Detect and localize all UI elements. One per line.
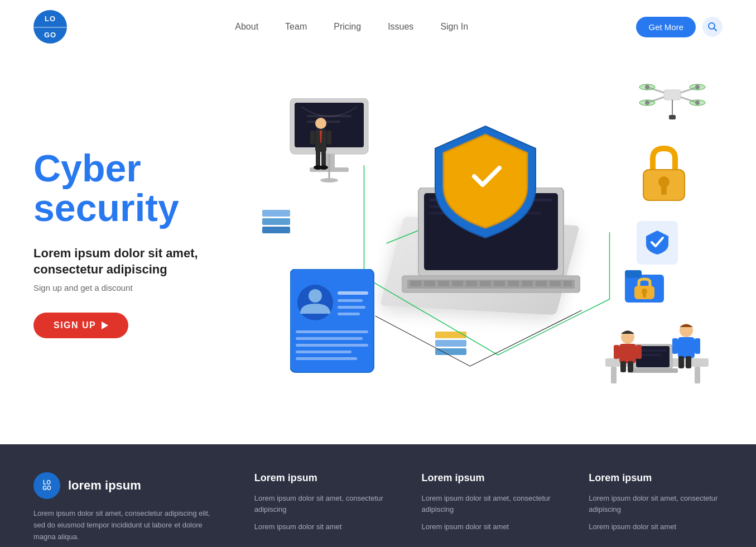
drone-illustration <box>639 76 706 123</box>
header-actions: Get More <box>636 17 723 37</box>
svg-point-22 <box>319 165 328 170</box>
nav-about[interactable]: About <box>235 22 258 32</box>
svg-rect-18 <box>321 150 326 166</box>
svg-rect-29 <box>438 281 449 286</box>
svg-rect-96 <box>672 338 678 354</box>
hero-illustration <box>245 65 723 422</box>
hero-section: Cyber security Lorem ipsum dolor sit ame… <box>0 54 756 444</box>
svg-rect-99 <box>686 356 691 368</box>
footer-logo-row: LO GO lorem ipsum <box>33 472 221 499</box>
svg-rect-85 <box>628 368 678 373</box>
svg-point-55 <box>695 85 700 89</box>
idcard-illustration <box>290 269 379 377</box>
shield-illustration <box>430 121 541 246</box>
svg-rect-66 <box>338 313 360 315</box>
lock-illustration <box>639 143 689 207</box>
svg-rect-104 <box>643 293 646 298</box>
nav-team[interactable]: Team <box>285 22 307 32</box>
svg-point-54 <box>645 85 649 89</box>
nav-pricing[interactable]: Pricing <box>334 22 361 32</box>
footer-brand-name: lorem ipsum <box>68 478 141 493</box>
logo-circle: LO GO <box>33 10 67 44</box>
svg-rect-65 <box>338 306 365 309</box>
footer-col-3-link-1[interactable]: Lorem ipsum dolor sit amet, consectetur … <box>421 493 555 515</box>
lock-folder-illustration <box>622 263 667 310</box>
footer-col-2-link-2[interactable]: Lorem ipsum dolor sit amet <box>254 521 388 532</box>
footer-col-2: Lorem ipsum Lorem ipsum dolor sit amet, … <box>254 472 388 543</box>
svg-rect-37 <box>550 281 561 286</box>
svg-point-14 <box>315 118 326 129</box>
footer-brand-col: LO GO lorem ipsum Lorem ipsum dolor sit … <box>33 472 221 543</box>
svg-rect-28 <box>424 281 435 286</box>
footer-col-3: Lorem ipsum Lorem ipsum dolor sit amet, … <box>421 472 555 543</box>
logo-bot: GO <box>44 31 56 39</box>
footer-col-2-title: Lorem ipsum <box>254 472 388 484</box>
svg-rect-59 <box>669 115 676 119</box>
footer-about-text: Lorem ipsum dolor sit amet, consectetur … <box>33 508 221 543</box>
svg-point-62 <box>309 289 322 303</box>
stack-boxes-1 <box>262 210 290 233</box>
svg-rect-89 <box>619 344 636 363</box>
play-icon <box>102 322 108 329</box>
svg-rect-36 <box>536 281 547 286</box>
logo[interactable]: LO GO <box>33 10 67 44</box>
site-footer: LO GO lorem ipsum Lorem ipsum dolor sit … <box>0 444 756 547</box>
person1-illustration <box>307 115 335 179</box>
svg-rect-69 <box>296 344 368 347</box>
svg-rect-33 <box>494 281 505 286</box>
small-shield-icon <box>637 221 678 265</box>
svg-rect-30 <box>452 281 463 286</box>
svg-rect-63 <box>338 291 368 295</box>
svg-rect-32 <box>480 281 491 286</box>
svg-rect-35 <box>522 281 533 286</box>
svg-rect-67 <box>296 330 368 333</box>
svg-rect-97 <box>695 338 700 354</box>
hero-subtitle: Lorem ipsum dolor sit amet, consectetur … <box>33 246 245 277</box>
svg-rect-71 <box>296 357 357 360</box>
svg-rect-90 <box>614 345 619 359</box>
svg-rect-60 <box>290 269 374 372</box>
svg-rect-98 <box>678 356 684 368</box>
svg-rect-45 <box>664 90 681 100</box>
footer-col-2-link-1[interactable]: Lorem ipsum dolor sit amet, consectetur … <box>254 493 388 515</box>
site-header: LO GO About Team Pricing Issues Sign In … <box>0 0 756 54</box>
hero-description: Sign up and get a discount <box>33 283 245 292</box>
nav-signin[interactable]: Sign In <box>440 22 468 32</box>
svg-rect-81 <box>611 367 617 383</box>
svg-rect-64 <box>338 299 363 302</box>
footer-logo-circle: LO GO <box>33 472 60 499</box>
svg-rect-20 <box>327 131 331 145</box>
svg-rect-101 <box>625 270 642 278</box>
svg-rect-27 <box>410 281 421 286</box>
signup-button[interactable]: SIGN UP <box>33 313 128 338</box>
workers-illustration <box>600 303 711 388</box>
nav-issues[interactable]: Issues <box>388 22 413 32</box>
stack-boxes-2 <box>435 332 466 355</box>
svg-line-5 <box>470 310 582 366</box>
svg-rect-87 <box>639 354 661 356</box>
svg-rect-34 <box>508 281 519 286</box>
main-nav: About Team Pricing Issues Sign In <box>235 22 468 32</box>
svg-rect-44 <box>661 185 667 195</box>
svg-rect-93 <box>628 361 633 372</box>
footer-col-4-link-2[interactable]: Lorem ipsum dolor sit amet <box>589 521 723 532</box>
svg-line-1 <box>714 28 717 31</box>
footer-col-4-link-1[interactable]: Lorem ipsum dolor sit amet, consectetur … <box>589 493 723 515</box>
svg-rect-31 <box>466 281 477 286</box>
svg-rect-38 <box>564 281 572 286</box>
svg-point-57 <box>695 100 700 105</box>
hero-content: Cyber security Lorem ipsum dolor sit ame… <box>33 148 245 339</box>
search-icon[interactable] <box>702 17 723 37</box>
get-more-button[interactable]: Get More <box>636 17 696 37</box>
svg-rect-17 <box>316 150 320 166</box>
footer-col-3-link-2[interactable]: Lorem ipsum dolor sit amet <box>421 521 555 532</box>
footer-grid: LO GO lorem ipsum Lorem ipsum dolor sit … <box>33 472 723 543</box>
svg-rect-95 <box>678 337 695 358</box>
footer-col-4-title: Lorem ipsum <box>589 472 723 484</box>
svg-rect-86 <box>639 349 667 352</box>
svg-rect-68 <box>296 337 363 340</box>
footer-col-4: Lorem ipsum Lorem ipsum dolor sit amet, … <box>589 472 723 543</box>
svg-rect-19 <box>310 131 315 145</box>
svg-rect-92 <box>620 361 626 372</box>
svg-rect-70 <box>296 351 351 353</box>
